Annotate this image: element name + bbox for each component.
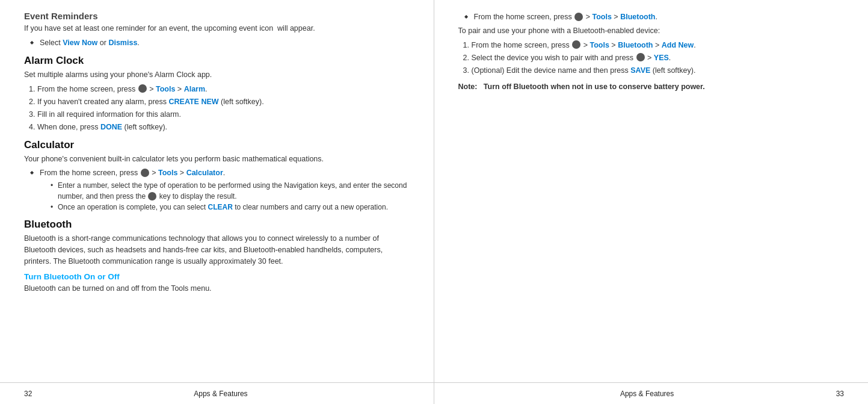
- event-reminders-item: Select View Now or Dismiss.: [30, 37, 410, 49]
- home-icon-1: [138, 84, 147, 93]
- ps1-gt1: >: [581, 41, 589, 49]
- tools-link-4[interactable]: Tools: [589, 41, 609, 49]
- calc-gt1: >: [150, 169, 158, 177]
- left-page: Event Reminders If you have set at least…: [0, 0, 434, 382]
- home-icon-6: [636, 53, 645, 61]
- or-label: or: [97, 39, 108, 47]
- calculator-section: Calculator Your phone's convenient built…: [24, 139, 410, 213]
- rb1-before: From the home screen, press: [474, 13, 574, 21]
- footer-left: 32 Apps & Features: [0, 383, 434, 404]
- step3-text: Fill in all required information for thi…: [37, 110, 181, 119]
- ps1-gt2: >: [609, 41, 618, 49]
- calc-sub2-before: Once an operation is complete, you can s…: [58, 203, 208, 211]
- alarm-step-4: When done, press DONE (left softkey).: [37, 121, 410, 133]
- calc-sub-1: Enter a number, select the type of opera…: [51, 180, 410, 202]
- ps2-end: .: [669, 54, 671, 62]
- footer: 32 Apps & Features Apps & Features 33: [0, 382, 868, 404]
- calculator-sub-list: Enter a number, select the type of opera…: [51, 180, 410, 213]
- done-link[interactable]: DONE: [100, 123, 122, 131]
- step1-end: .: [205, 85, 207, 93]
- calculator-heading: Calculator: [24, 139, 410, 151]
- note-text: Turn off Bluetooth when not in use to co…: [477, 82, 704, 91]
- alarm-clock-section: Alarm Clock Set multiple alarms using yo…: [24, 55, 410, 133]
- pair-step-3: (Optional) Edit the device name and then…: [472, 64, 845, 76]
- event-reminders-list: Select View Now or Dismiss.: [30, 37, 410, 49]
- save-link[interactable]: SAVE: [630, 66, 650, 75]
- event-reminders-heading: Event Reminders: [24, 11, 410, 21]
- ps1-end: .: [694, 41, 695, 49]
- turn-bluetooth-heading: Turn Bluetooth On or Off: [24, 272, 410, 281]
- note-block: Note: Turn off Bluetooth when not in use…: [458, 81, 845, 93]
- calc-before: From the home screen, press: [40, 169, 140, 177]
- pair-steps: From the home screen, press > Tools > Bl…: [472, 39, 845, 76]
- bluetooth-link-1[interactable]: Bluetooth: [620, 13, 655, 21]
- view-now-link[interactable]: View Now: [63, 39, 97, 47]
- turn-bluetooth-intro: Bluetooth can be turned on and off from …: [24, 283, 410, 294]
- pair-intro: To pair and use your phone with a Blueto…: [458, 25, 845, 37]
- home-icon-3: [148, 192, 156, 200]
- tools-link-1[interactable]: Tools: [156, 85, 175, 93]
- select-label: Select: [40, 39, 63, 47]
- period: .: [137, 39, 139, 47]
- event-reminders-section: Event Reminders If you have set at least…: [24, 11, 410, 49]
- step2-before: If you haven't created any alarm, press: [37, 98, 168, 106]
- yes-link[interactable]: YES: [654, 54, 669, 62]
- calc-sub1-after: key to display the result.: [157, 192, 236, 200]
- calc-sub2-after: to clear numbers and carry out a new ope…: [233, 203, 388, 211]
- footer-right: Apps & Features 33: [434, 383, 869, 404]
- home-icon-4: [574, 13, 583, 21]
- bluetooth-section: Bluetooth Bluetooth is a short-range com…: [24, 219, 410, 267]
- step1-text-before: From the home screen, press: [37, 85, 138, 93]
- right-bullet-list: From the home screen, press > Tools > Bl…: [464, 11, 845, 23]
- ps2-before: Select the device you wish to pair with …: [472, 54, 636, 62]
- home-icon-2: [141, 169, 149, 177]
- pair-step-1: From the home screen, press > Tools > Bl…: [472, 39, 845, 51]
- alarm-step-3: Fill in all required information for thi…: [37, 108, 410, 120]
- event-reminders-intro: If you have set at least one reminder fo…: [24, 23, 410, 34]
- clear-link[interactable]: CLEAR: [208, 203, 232, 211]
- alarm-clock-intro: Set multiple alarms using your phone's A…: [24, 69, 410, 81]
- calc-end: .: [223, 169, 225, 177]
- rb1-gt1: >: [583, 13, 592, 21]
- alarm-clock-heading: Alarm Clock: [24, 55, 410, 67]
- footer-right-label: Apps & Features: [458, 390, 836, 398]
- ps1-gt3: >: [653, 41, 661, 49]
- ps3-before: (Optional) Edit the device name and then…: [472, 66, 631, 75]
- ps3-after: (left softkey).: [650, 66, 695, 75]
- rb1-gt2: >: [612, 13, 620, 21]
- dismiss-link[interactable]: Dismiss: [108, 39, 137, 47]
- rb1-end: .: [655, 13, 657, 21]
- calc-sub-2: Once an operation is complete, you can s…: [51, 202, 410, 213]
- calculator-intro: Your phone's convenient built-in calcula…: [24, 154, 410, 165]
- turn-bluetooth-section: Turn Bluetooth On or Off Bluetooth can b…: [24, 272, 410, 294]
- tools-link-3[interactable]: Tools: [592, 13, 611, 21]
- alarm-link[interactable]: Alarm: [184, 85, 205, 93]
- alarm-step-2: If you haven't created any alarm, press …: [37, 96, 410, 108]
- calculator-list: From the home screen, press > Tools > Ca…: [30, 167, 410, 213]
- create-new-link[interactable]: CREATE NEW: [168, 98, 218, 106]
- step4-before: When done, press: [37, 123, 100, 131]
- calculator-link[interactable]: Calculator: [186, 169, 223, 177]
- add-new-link[interactable]: Add New: [662, 41, 694, 49]
- right-page-number: 33: [836, 390, 844, 398]
- ps1-before: From the home screen, press: [472, 41, 572, 49]
- right-page: From the home screen, press > Tools > Bl…: [434, 0, 869, 382]
- bluetooth-intro: Bluetooth is a short-range communication…: [24, 233, 410, 267]
- bluetooth-link-2[interactable]: Bluetooth: [618, 41, 653, 49]
- home-icon-5: [572, 40, 580, 49]
- step1-gt1: >: [147, 85, 156, 93]
- calculator-item: From the home screen, press > Tools > Ca…: [30, 167, 410, 213]
- tools-link-2[interactable]: Tools: [158, 169, 177, 177]
- step4-after: (left softkey).: [122, 123, 167, 131]
- ps2-gt: >: [645, 54, 654, 62]
- step1-gt2: >: [175, 85, 183, 93]
- calc-gt2: >: [177, 169, 186, 177]
- footer-left-label: Apps & Features: [32, 390, 409, 398]
- pair-step-2: Select the device you wish to pair with …: [472, 52, 845, 64]
- alarm-clock-steps: From the home screen, press > Tools > Al…: [37, 83, 410, 133]
- left-page-number: 32: [24, 390, 32, 398]
- right-bullet-1: From the home screen, press > Tools > Bl…: [464, 11, 845, 23]
- bluetooth-heading: Bluetooth: [24, 219, 410, 231]
- step2-after: (left softkey).: [219, 98, 264, 106]
- alarm-step-1: From the home screen, press > Tools > Al…: [37, 83, 410, 95]
